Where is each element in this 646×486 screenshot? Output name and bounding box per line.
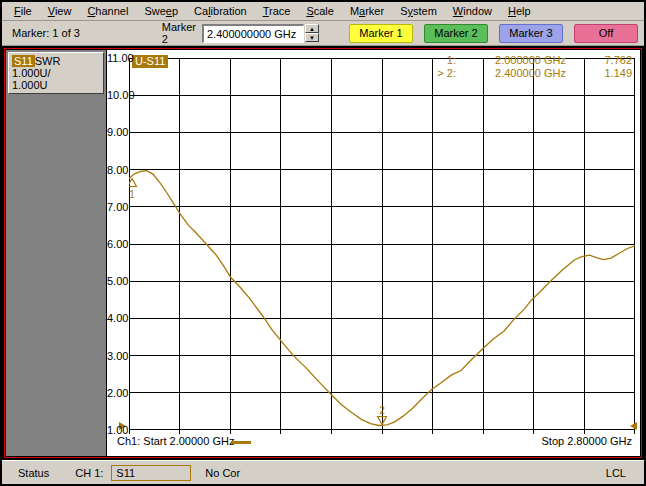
- menu-item-system[interactable]: System: [392, 3, 445, 19]
- off-button[interactable]: Off: [574, 24, 638, 43]
- swr-plot[interactable]: 12: [129, 58, 635, 440]
- marker-1-number: 1: [129, 189, 135, 200]
- readout-frequency: 2.400000 GHz: [456, 67, 566, 80]
- readout-marker-id: > 2:: [416, 67, 456, 80]
- marker-toolbar: Marker: 1 of 3 Marker 2 ▲ ▼ Marker 1Mark…: [2, 21, 644, 46]
- marker2-frequency-input[interactable]: [202, 24, 304, 43]
- menu-item-marker[interactable]: Marker: [342, 3, 392, 19]
- graph-window[interactable]: 12 U-S11 1:2.000000 GHz7.762> 2:2.400000…: [106, 50, 640, 456]
- trace-legend-dash: [231, 441, 251, 444]
- readout-value: 1.149: [566, 67, 632, 80]
- trace-sidebar: S11SWR 1.000U/ 1.000U: [6, 50, 106, 456]
- stop-frequency-label: Stop 2.80000 GHz: [541, 435, 632, 447]
- marker-buttons: Marker 1Marker 2Marker 3Off: [349, 24, 638, 43]
- lcl-mode-label: LCL: [606, 467, 626, 479]
- menu-bar: FileViewChannelSweepCalibrationTraceScal…: [2, 2, 644, 21]
- y-axis-tick-label: 2.00: [107, 387, 127, 399]
- y-axis-tick-label: 4.00: [107, 312, 127, 324]
- trace-format-label: SWR: [35, 55, 61, 67]
- sweep-stop-arrow-icon: [630, 422, 637, 430]
- menu-item-window[interactable]: Window: [445, 3, 500, 19]
- cal-status-label: No Cor: [205, 467, 240, 479]
- y-axis-tick-label: 10.00: [107, 89, 127, 101]
- marker2-field-label: Marker 2: [162, 21, 196, 45]
- marker-readout-row: 1:2.000000 GHz7.762: [416, 54, 632, 67]
- readout-marker-id: 1:: [416, 54, 456, 67]
- menu-item-file[interactable]: File: [6, 3, 40, 19]
- menu-item-help[interactable]: Help: [500, 3, 539, 19]
- marker-readout-row: > 2:2.400000 GHz1.149: [416, 67, 632, 80]
- y-axis-tick-label: 1.00: [107, 424, 127, 436]
- active-channel-frame: S11SWR 1.000U/ 1.000U 12 U-S11 1:2.00000…: [4, 48, 642, 458]
- y-axis-tick-label: 9.00: [107, 126, 127, 138]
- y-axis-tick-label: 7.00: [107, 201, 127, 213]
- trace-ref-label: 1.000U: [12, 79, 100, 91]
- trace-id-badge: S11: [12, 55, 35, 67]
- menu-item-view[interactable]: View: [40, 3, 80, 19]
- active-trace-box[interactable]: S11: [111, 465, 191, 481]
- menu-item-sweep[interactable]: Sweep: [136, 3, 186, 19]
- trace-tag-badge: U-S11: [132, 55, 168, 68]
- marker-2-number: 2: [379, 405, 385, 416]
- status-bar: Status CH 1: S11 No Cor LCL: [2, 460, 644, 484]
- y-axis-tick-label: 8.00: [107, 164, 127, 176]
- readout-value: 7.762: [566, 54, 632, 67]
- marker-2-button[interactable]: Marker 2: [424, 24, 488, 43]
- marker-3-button[interactable]: Marker 3: [499, 24, 563, 43]
- y-axis-tick-label: 5.00: [107, 275, 127, 287]
- marker-1-button[interactable]: Marker 1: [349, 24, 413, 43]
- marker-readouts: 1:2.000000 GHz7.762> 2:2.400000 GHz1.149: [416, 54, 632, 80]
- y-axis-tick-label: 11.00: [107, 52, 127, 64]
- menu-item-scale[interactable]: Scale: [298, 3, 342, 19]
- menu-item-calibration[interactable]: Calibration: [186, 3, 255, 19]
- marker-count-label: Marker: 1 of 3: [12, 27, 114, 39]
- y-axis-tick-label: 3.00: [107, 350, 127, 362]
- main-area: S11SWR 1.000U/ 1.000U 12 U-S11 1:2.00000…: [2, 46, 644, 460]
- spin-up-icon[interactable]: ▲: [305, 24, 319, 33]
- readout-frequency: 2.000000 GHz: [456, 54, 566, 67]
- vna-app-window: FileViewChannelSweepCalibrationTraceScal…: [0, 0, 646, 486]
- trace-scale-label: 1.000U/: [12, 67, 100, 79]
- marker-1-icon[interactable]: [129, 179, 137, 187]
- frequency-axis-strip: Ch1: Start 2.00000 GHz Stop 2.80000 GHz: [107, 432, 640, 452]
- status-label: Status: [18, 467, 49, 479]
- start-frequency-label: Ch1: Start 2.00000 GHz: [117, 435, 234, 447]
- channel-label: CH 1:: [75, 467, 103, 479]
- menu-item-channel[interactable]: Channel: [79, 3, 136, 19]
- y-axis-tick-label: 6.00: [107, 238, 127, 250]
- frequency-spinner: ▲ ▼: [305, 24, 319, 42]
- menu-item-trace[interactable]: Trace: [255, 3, 299, 19]
- spin-down-icon[interactable]: ▼: [305, 33, 319, 42]
- trace-info-panel[interactable]: S11SWR 1.000U/ 1.000U: [8, 52, 104, 94]
